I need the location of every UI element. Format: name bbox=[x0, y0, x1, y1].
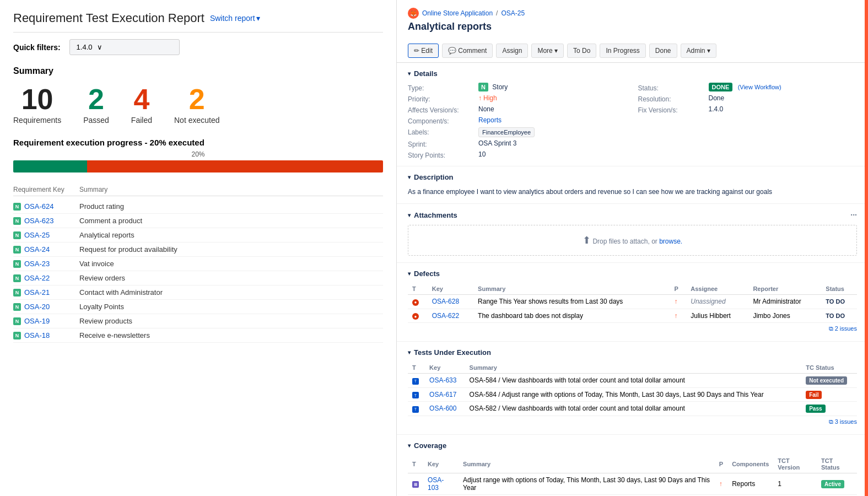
table-row: NOSA-19Review products bbox=[13, 314, 383, 328]
coverage-title[interactable]: ▾ Coverage bbox=[408, 441, 857, 450]
chevron-icon: ▾ bbox=[408, 443, 411, 449]
defect-status: TO DO bbox=[821, 309, 857, 323]
filter-dropdown[interactable]: 1.4.0 ∨ bbox=[69, 39, 180, 55]
summary-title: Summary bbox=[13, 66, 383, 76]
component-value[interactable]: Reports bbox=[478, 116, 502, 124]
type-value: N Story bbox=[478, 83, 508, 91]
tests-col-summary: Summary bbox=[465, 362, 802, 374]
sprint-label: Sprint: bbox=[408, 139, 474, 148]
coverage-icon: ▦ bbox=[412, 481, 419, 488]
view-workflow-link[interactable]: (View Workflow) bbox=[738, 84, 781, 90]
more-button[interactable]: More ▾ bbox=[531, 44, 564, 58]
stat-requirements-number: 10 bbox=[13, 85, 61, 114]
comment-button[interactable]: 💬 Comment bbox=[442, 44, 493, 58]
test-status: Pass bbox=[801, 402, 857, 416]
req-key-osa23[interactable]: NOSA-23 bbox=[13, 260, 79, 268]
tests-title[interactable]: ▾ Tests Under Execution bbox=[408, 348, 857, 357]
req-key-osa19[interactable]: NOSA-19 bbox=[13, 317, 79, 325]
resolution-label: Resolution: bbox=[638, 94, 704, 103]
stat-requirements: 10 Requirements bbox=[13, 85, 61, 125]
todo-button[interactable]: To Do bbox=[567, 44, 596, 58]
chevron-icon: ▾ bbox=[408, 71, 411, 77]
coverage-col-tctversion: TCT Version bbox=[773, 455, 817, 473]
defects-title[interactable]: ▾ Defects bbox=[408, 269, 857, 278]
test-key[interactable]: OSA-617 bbox=[425, 387, 465, 402]
col-header-key: Requirement Key bbox=[13, 186, 79, 193]
progress-bar bbox=[13, 160, 383, 172]
assign-button[interactable]: Assign bbox=[496, 44, 528, 58]
stat-not-executed: 2 Not executed bbox=[174, 85, 220, 125]
tests-section: ▾ Tests Under Execution T Key Summary TC… bbox=[397, 342, 868, 435]
test-key[interactable]: OSA-633 bbox=[425, 374, 465, 388]
req-key-osa22[interactable]: NOSA-22 bbox=[13, 274, 79, 282]
chevron-icon: ▾ bbox=[408, 212, 411, 218]
req-key-osa21[interactable]: NOSA-21 bbox=[13, 288, 79, 296]
summary-stats: 10 Requirements 2 Passed 4 Failed 2 Not … bbox=[13, 85, 383, 125]
defects-issues-count[interactable]: ⧉ 2 issues bbox=[408, 323, 857, 335]
status-value: DONE (View Workflow) bbox=[709, 83, 781, 91]
component-label: Component/s: bbox=[408, 116, 474, 125]
priority-icon: ↑ bbox=[674, 298, 677, 305]
test-icon: T bbox=[412, 378, 419, 385]
coverage-type-icon: ▦ bbox=[408, 473, 423, 494]
labels-label: Labels: bbox=[408, 127, 474, 136]
attachments-drop-zone[interactable]: ⬆ Drop files to attach, or browse. bbox=[408, 225, 857, 256]
details-title[interactable]: ▾ Details bbox=[408, 69, 857, 78]
req-summary-osa20: Loyalty Points bbox=[79, 303, 383, 311]
req-summary-osa22: Review orders bbox=[79, 274, 383, 282]
switch-report-button[interactable]: Switch report ▾ bbox=[210, 14, 260, 23]
browse-link[interactable]: browse. bbox=[659, 238, 682, 245]
defect-reporter: Jimbo Jones bbox=[748, 309, 821, 323]
story-icon: N bbox=[13, 289, 21, 296]
labels-value: FinanceEmployee bbox=[478, 127, 537, 137]
req-key-osa623[interactable]: NOSA-623 bbox=[13, 217, 79, 225]
stat-passed: 2 Passed bbox=[83, 85, 109, 125]
story-icon: N bbox=[13, 317, 21, 325]
coverage-key[interactable]: OSA-103 bbox=[423, 473, 459, 494]
defect-key[interactable]: OSA-622 bbox=[428, 309, 473, 323]
defects-col-t: T bbox=[408, 283, 428, 295]
test-icon: T bbox=[412, 392, 419, 398]
done-button[interactable]: Done bbox=[649, 44, 677, 58]
stat-requirements-label: Requirements bbox=[13, 116, 61, 125]
stat-failed: 4 Failed bbox=[131, 85, 152, 125]
col-header-summary: Summary bbox=[79, 186, 383, 193]
req-key-osa18[interactable]: NOSA-18 bbox=[13, 331, 79, 339]
detail-labels: Labels: FinanceEmployee bbox=[408, 127, 627, 137]
defect-priority: ↑ bbox=[670, 309, 686, 323]
edit-button[interactable]: ✏ Edit bbox=[408, 44, 439, 58]
req-key-osa24[interactable]: NOSA-24 bbox=[13, 245, 79, 254]
detail-status: Status: DONE (View Workflow) bbox=[638, 83, 858, 92]
detail-fixversion: Fix Version/s: 1.4.0 bbox=[638, 105, 858, 114]
test-key[interactable]: OSA-600 bbox=[425, 402, 465, 416]
progress-red-segment bbox=[87, 160, 383, 172]
issue-header-section: 🦊 Online Store Application / OSA-25 Anal… bbox=[397, 0, 868, 63]
description-title[interactable]: ▾ Description bbox=[408, 173, 857, 181]
defects-col-status: Status bbox=[821, 283, 857, 295]
req-key-osa624[interactable]: NOSA-624 bbox=[13, 202, 79, 211]
storypoints-value: 10 bbox=[478, 150, 486, 158]
attachments-more-button[interactable]: ··· bbox=[850, 211, 857, 219]
admin-button[interactable]: Admin ▾ bbox=[681, 44, 716, 58]
issue-title-row: Analytical reports bbox=[408, 21, 857, 33]
test-status: Not executed bbox=[801, 374, 857, 388]
req-key-osa20[interactable]: NOSA-20 bbox=[13, 303, 79, 311]
breadcrumb: 🦊 Online Store Application / OSA-25 bbox=[408, 8, 857, 19]
breadcrumb-app[interactable]: Online Store Application bbox=[422, 9, 493, 17]
req-key-osa25[interactable]: NOSA-25 bbox=[13, 231, 79, 239]
attachments-title[interactable]: ▾ Attachments ··· bbox=[408, 211, 857, 219]
defect-key[interactable]: OSA-628 bbox=[428, 295, 473, 309]
coverage-col-key: Key bbox=[423, 455, 459, 473]
table-row: ● OSA-622 The dashboard tab does not dis… bbox=[408, 309, 857, 323]
table-row: NOSA-18Receive e-newsletters bbox=[13, 328, 383, 343]
progress-green-segment bbox=[13, 160, 87, 172]
coverage-components: Reports bbox=[727, 473, 773, 494]
detail-priority: Priority: ↑ High bbox=[408, 94, 627, 103]
priority-value: ↑ High bbox=[478, 94, 497, 102]
tests-issues-count[interactable]: ⧉ 3 issues bbox=[408, 416, 857, 428]
in-progress-button[interactable]: In Progress bbox=[600, 44, 645, 58]
table-row: NOSA-20Loyalty Points bbox=[13, 300, 383, 314]
breadcrumb-issue[interactable]: OSA-25 bbox=[501, 9, 525, 17]
table-row: ▦ OSA-103 Adjust range with options of T… bbox=[408, 473, 857, 494]
coverage-tctstatus: Active bbox=[817, 473, 857, 494]
